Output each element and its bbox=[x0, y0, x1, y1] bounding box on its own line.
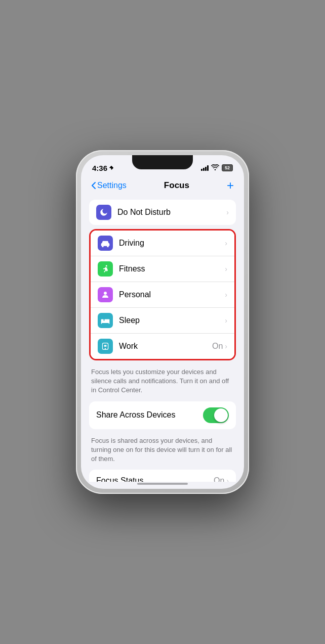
page-title: Focus bbox=[164, 180, 189, 191]
svg-point-3 bbox=[106, 265, 107, 267]
time-display: 4:36 bbox=[92, 164, 107, 172]
sleep-label: Sleep bbox=[119, 316, 225, 325]
status-icons: 52 bbox=[201, 164, 233, 172]
driving-label: Driving bbox=[119, 239, 225, 248]
toggle-knob bbox=[214, 408, 228, 422]
back-label: Settings bbox=[97, 181, 127, 190]
highlighted-group: Driving › Fitness › bbox=[89, 229, 236, 360]
svg-rect-9 bbox=[109, 323, 110, 324]
fitness-icon-bg bbox=[98, 261, 113, 277]
svg-rect-8 bbox=[101, 323, 102, 324]
work-item[interactable]: Work On › bbox=[91, 334, 234, 359]
chevron-icon: › bbox=[225, 265, 227, 273]
status-time: 4:36 bbox=[92, 164, 114, 172]
back-button[interactable]: Settings bbox=[91, 181, 127, 190]
share-label: Share Across Devices bbox=[96, 410, 176, 420]
personal-icon bbox=[101, 290, 110, 299]
chevron-icon: › bbox=[226, 208, 229, 216]
wifi-icon bbox=[211, 164, 219, 172]
add-button[interactable]: + bbox=[227, 179, 234, 192]
car-icon-bg bbox=[98, 236, 113, 251]
focus-description: Focus lets you customize your devices an… bbox=[89, 364, 236, 401]
svg-rect-0 bbox=[101, 243, 110, 246]
svg-rect-11 bbox=[104, 345, 107, 347]
driving-item[interactable]: Driving › bbox=[91, 231, 234, 256]
home-indicator bbox=[137, 483, 188, 485]
sleep-icon bbox=[100, 316, 110, 325]
svg-rect-7 bbox=[104, 319, 109, 321]
focus-status-value: On bbox=[214, 476, 224, 482]
sleep-item[interactable]: Sleep › bbox=[91, 308, 234, 334]
car-icon bbox=[100, 239, 110, 247]
share-across-devices-card: Share Across Devices bbox=[89, 401, 236, 429]
moon-icon bbox=[99, 208, 108, 217]
work-status: On bbox=[212, 342, 223, 351]
chevron-icon: › bbox=[225, 342, 227, 350]
phone-frame: 4:36 bbox=[76, 150, 249, 494]
personal-item[interactable]: Personal › bbox=[91, 282, 234, 308]
battery-icon: 52 bbox=[222, 164, 233, 171]
moon-icon-bg bbox=[96, 205, 111, 220]
notch bbox=[132, 155, 193, 169]
share-description: Focus is shared across your devices, and… bbox=[89, 433, 236, 470]
work-label: Work bbox=[119, 342, 212, 351]
highlighted-card: Driving › Fitness › bbox=[91, 231, 234, 359]
svg-point-12 bbox=[105, 348, 106, 349]
focus-status-label: Focus Status bbox=[96, 476, 214, 482]
location-icon bbox=[109, 165, 114, 170]
chevron-icon: › bbox=[226, 477, 229, 482]
focus-status-card: Focus Status On › bbox=[89, 470, 236, 482]
chevron-left-icon bbox=[91, 181, 96, 190]
scroll-content: Do Not Disturb › bbox=[81, 196, 244, 482]
fitness-item[interactable]: Fitness › bbox=[91, 256, 234, 282]
personal-icon-bg bbox=[98, 287, 113, 302]
work-icon bbox=[101, 342, 109, 351]
do-not-disturb-label: Do Not Disturb bbox=[117, 208, 226, 217]
share-toggle[interactable] bbox=[203, 407, 229, 423]
chevron-icon: › bbox=[225, 239, 227, 247]
fitness-label: Fitness bbox=[119, 264, 225, 273]
phone-screen: 4:36 bbox=[81, 155, 244, 489]
personal-label: Personal bbox=[119, 290, 225, 299]
nav-bar: Settings Focus + bbox=[81, 177, 244, 196]
do-not-disturb-card: Do Not Disturb › bbox=[89, 200, 236, 225]
svg-rect-6 bbox=[101, 319, 104, 321]
focus-status-item[interactable]: Focus Status On › bbox=[89, 470, 236, 482]
signal-icon bbox=[201, 165, 209, 171]
do-not-disturb-item[interactable]: Do Not Disturb › bbox=[89, 200, 236, 225]
chevron-icon: › bbox=[225, 291, 227, 299]
fitness-icon bbox=[101, 264, 110, 273]
share-toggle-row: Share Across Devices bbox=[89, 401, 236, 429]
work-icon-bg bbox=[98, 339, 113, 354]
sleep-icon-bg bbox=[98, 313, 113, 328]
chevron-icon: › bbox=[225, 316, 227, 325]
svg-point-4 bbox=[104, 292, 107, 295]
